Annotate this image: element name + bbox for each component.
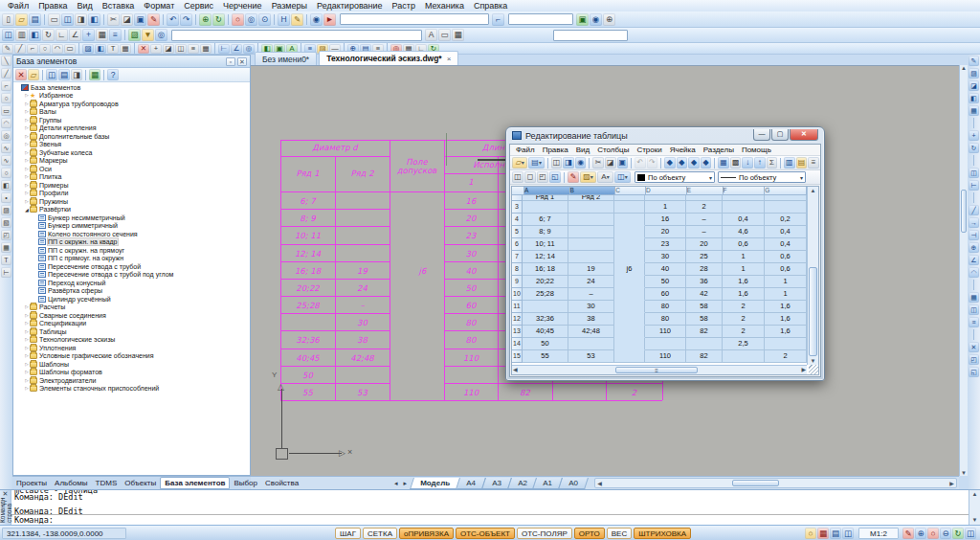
sheet-cell[interactable]: 1,6 (723, 276, 765, 288)
pointer-icon[interactable]: ╲ (1, 56, 11, 66)
close-icon[interactable]: ✕ (237, 57, 247, 66)
ellipse-icon[interactable]: ○ (1, 168, 11, 178)
toggle-отс-поляр[interactable]: ОТС-ПОЛЯР (517, 528, 572, 539)
menu-item-размеры[interactable]: Размеры (267, 1, 312, 11)
sheet-cell[interactable]: 32;36 (523, 313, 568, 326)
menu-item-вставка[interactable]: Вставка (98, 1, 139, 11)
tree-item[interactable]: ПП с окружн. на прямоуг (13, 246, 250, 255)
view-icon[interactable]: ◧ (29, 29, 41, 41)
sheet-cell[interactable]: 16; 18 (523, 263, 568, 276)
dock-tab[interactable]: Свойства (261, 478, 302, 488)
minimize-icon[interactable]: — (753, 129, 770, 141)
publish-icon[interactable]: ◧ (88, 13, 100, 26)
sheet-cell[interactable]: 0,2 (765, 214, 807, 226)
sheet-cell[interactable]: j6 (614, 263, 645, 276)
sheet-cell[interactable]: 8; 9 (523, 226, 568, 238)
screen-icon[interactable]: ◫ (842, 528, 854, 539)
pin-icon[interactable]: ▫ (226, 57, 235, 66)
layout-tab-модель[interactable]: Модель (410, 478, 460, 489)
doc-icon[interactable]: ▤ (830, 528, 841, 539)
canvas-vscrollbar[interactable]: ▲ ▼ (959, 65, 968, 476)
tree-item[interactable]: ▷Шаблоны (13, 360, 250, 369)
tree-item[interactable]: ▷Группы (13, 116, 250, 124)
sheet-cell[interactable]: 16 (645, 214, 686, 226)
sheet-cell[interactable] (614, 214, 645, 226)
sheet-cell[interactable]: 20 (645, 226, 686, 238)
row-number[interactable]: 8 (512, 263, 523, 276)
sheet-cell[interactable]: 1 (723, 251, 765, 263)
preview-icon[interactable]: ◉ (575, 157, 587, 169)
sheet-cell[interactable]: Ряд 2 (568, 195, 614, 201)
sheet-icon[interactable]: ▥ (15, 29, 28, 41)
paste-icon[interactable]: ▣ (617, 157, 629, 169)
macro-icon[interactable]: ⌐ (492, 13, 504, 26)
insert-col-left-icon[interactable]: ◆ (688, 157, 700, 169)
sheet-cell[interactable] (614, 338, 645, 350)
sheet-cell[interactable] (645, 338, 686, 350)
dim-ang-icon[interactable]: ∠ (231, 44, 242, 54)
column-header-B[interactable]: B (570, 187, 616, 195)
tree-item[interactable]: ◢Развёртки (13, 206, 250, 214)
draw-icon[interactable]: ✎ (291, 13, 303, 26)
scroll-left-icon[interactable]: ◀ (513, 366, 518, 374)
menu-item-файл[interactable]: Файл (512, 146, 539, 154)
toggle-сетка[interactable]: СЕТКА (363, 528, 397, 539)
tree-item[interactable]: База элементов (13, 83, 250, 92)
sheet-cell[interactable] (614, 313, 645, 326)
sheet-cell[interactable] (765, 195, 807, 201)
menu-item-помощь[interactable]: Помощь (738, 146, 775, 154)
sheet-cell[interactable]: 20 (686, 238, 723, 251)
tree-item[interactable]: ▷Пружины (13, 197, 250, 206)
ungroup-icon[interactable]: ◱ (969, 367, 979, 377)
cloud-icon[interactable]: ∿ (1, 143, 11, 153)
sheet-cell[interactable]: 10; 11 (523, 238, 568, 251)
toolbar-input-3[interactable] (171, 30, 422, 41)
sheet-cell[interactable] (723, 195, 765, 201)
sheet-cell[interactable]: 0,4 (765, 226, 807, 238)
sheet-cell[interactable]: 4,6 (723, 226, 765, 238)
menu-item-черчение[interactable]: Черчение (218, 1, 267, 11)
command-prompt-input[interactable]: Команда: (11, 514, 969, 525)
redo-icon[interactable]: ↷ (180, 13, 192, 26)
column-header-F[interactable]: F (724, 187, 766, 195)
tree-item[interactable]: ▷Дополнительные базы (13, 132, 250, 141)
sheet-cell[interactable]: – (686, 214, 723, 226)
scroll-down-icon[interactable]: ▼ (969, 516, 980, 525)
menu-item-правка[interactable]: Правка (33, 1, 72, 11)
explode-icon[interactable]: ✕ (969, 342, 979, 352)
sheet-cell[interactable]: 82 (686, 326, 723, 338)
fill-color-icon[interactable]: ▨ (580, 171, 596, 183)
menu-item-редактирование[interactable]: Редактирование (312, 1, 388, 11)
dimension-icon[interactable]: Н (278, 13, 290, 26)
scroll-thumb[interactable] (732, 480, 779, 486)
sheet-cell[interactable]: 82 (686, 350, 723, 363)
dim-lin-icon[interactable]: ⊢ (218, 44, 230, 54)
plot-icon[interactable]: ◨ (75, 13, 87, 26)
undo-icon[interactable]: ↶ (167, 13, 179, 26)
sheet-cell[interactable] (765, 201, 807, 214)
row-number[interactable]: 4 (512, 214, 523, 226)
dialog-titlebar[interactable]: Редактирование таблицы — ▢ ✕ (506, 127, 824, 144)
sheet-cell[interactable] (614, 201, 645, 214)
block-icon[interactable]: ◧ (1, 180, 11, 191)
close-icon[interactable]: ✕ (790, 129, 818, 141)
menu-item-растр[interactable]: Растр (388, 1, 420, 11)
sheet-cell[interactable]: 80 (645, 313, 686, 326)
row-number[interactable]: 6 (512, 238, 523, 251)
insert-row-below-icon[interactable]: ◆ (677, 157, 688, 169)
resize-grip[interactable] (809, 365, 818, 374)
layout-tab-a0[interactable]: A0 (558, 478, 589, 489)
scroll-thumb[interactable] (809, 267, 817, 356)
tree-item[interactable]: ▷Маркеры (13, 157, 250, 166)
modify-icon[interactable]: ✎ (969, 56, 979, 66)
sheet-cell[interactable]: 25;28 (523, 288, 568, 301)
trim-icon[interactable]: ╱ (969, 205, 979, 215)
tree-item[interactable]: ▷Профили (13, 190, 250, 198)
toggle-орто[interactable]: ОРТО (574, 528, 605, 539)
column-header-E[interactable]: E (687, 187, 724, 195)
sheet-cell[interactable]: 110 (645, 326, 686, 338)
info-icon[interactable]: ◉ (310, 13, 323, 26)
linetype-select[interactable]: По объекту ▾ (718, 171, 806, 183)
sheet-cell[interactable] (568, 238, 614, 251)
rect-icon[interactable]: ▭ (1, 105, 11, 116)
